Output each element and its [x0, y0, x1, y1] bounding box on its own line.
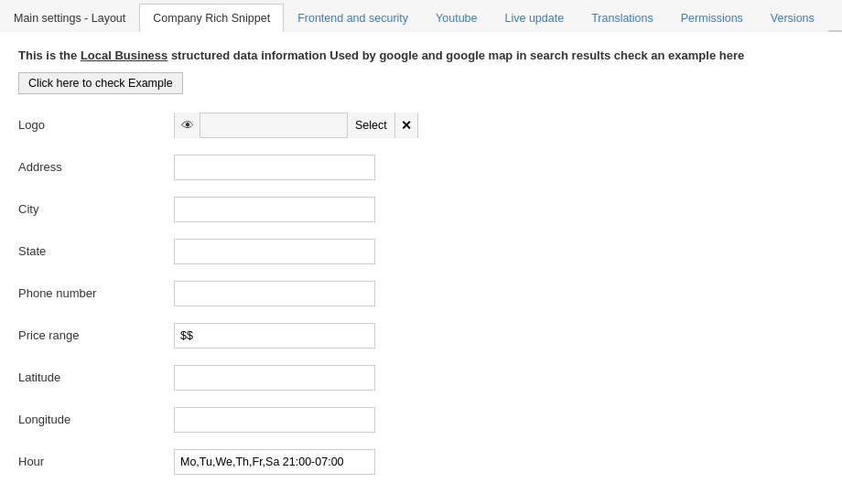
tab-bar: Main settings - LayoutCompany Rich Snipp… — [0, 0, 842, 32]
label-hour: Hour — [18, 455, 174, 468]
form-row-phone_number: Phone number — [18, 281, 824, 306]
input-hour[interactable] — [174, 449, 375, 475]
input-phone_number[interactable] — [174, 281, 375, 306]
tab-permissions[interactable]: Permissions — [667, 4, 757, 32]
tab-main-settings[interactable]: Main settings - Layout — [0, 4, 139, 32]
logo-input[interactable] — [200, 113, 347, 137]
label-state: State — [18, 244, 174, 258]
form-row-city: City — [18, 197, 824, 222]
tab-versions[interactable]: Versions — [757, 4, 828, 32]
label-longitude: Longitude — [18, 413, 174, 426]
form-row-longitude: Longitude — [18, 407, 824, 433]
form-row-state: State — [18, 239, 824, 264]
main-content: This is the Local Business structured da… — [0, 32, 842, 504]
form-row-logo: Logo👁Select✕ — [18, 113, 824, 138]
input-price_range[interactable] — [174, 323, 375, 349]
tab-translations[interactable]: Translations — [578, 4, 667, 32]
label-city: City — [18, 202, 174, 216]
tab-frontend-security[interactable]: Frontend and security — [284, 4, 422, 32]
label-price_range: Price range — [18, 328, 174, 342]
tab-youtube[interactable]: Youtube — [422, 4, 491, 32]
example-button[interactable]: Click here to check Example — [18, 72, 183, 94]
tab-live-update[interactable]: Live update — [491, 4, 578, 32]
label-logo: Logo — [18, 118, 174, 132]
eye-icon[interactable]: 👁 — [175, 113, 200, 138]
form-row-latitude: Latitude — [18, 365, 824, 391]
logo-select-button[interactable]: Select — [347, 113, 394, 138]
label-address: Address — [18, 160, 174, 174]
logo-clear-button[interactable]: ✕ — [394, 113, 417, 138]
label-phone_number: Phone number — [18, 286, 174, 300]
input-city[interactable] — [174, 197, 375, 222]
input-address[interactable] — [174, 155, 375, 180]
tab-company-rich-snippet[interactable]: Company Rich Snippet — [139, 4, 284, 32]
input-latitude[interactable] — [174, 365, 375, 391]
form-container: Logo👁Select✕AddressCityStatePhone number… — [18, 113, 824, 475]
input-state[interactable] — [174, 239, 375, 264]
form-row-hour: Hour — [18, 449, 824, 475]
info-text: This is the Local Business structured da… — [18, 47, 824, 65]
form-row-price_range: Price range — [18, 323, 824, 349]
input-longitude[interactable] — [174, 407, 375, 433]
form-row-address: Address — [18, 155, 824, 180]
logo-field: 👁Select✕ — [174, 113, 418, 138]
label-latitude: Latitude — [18, 370, 174, 384]
